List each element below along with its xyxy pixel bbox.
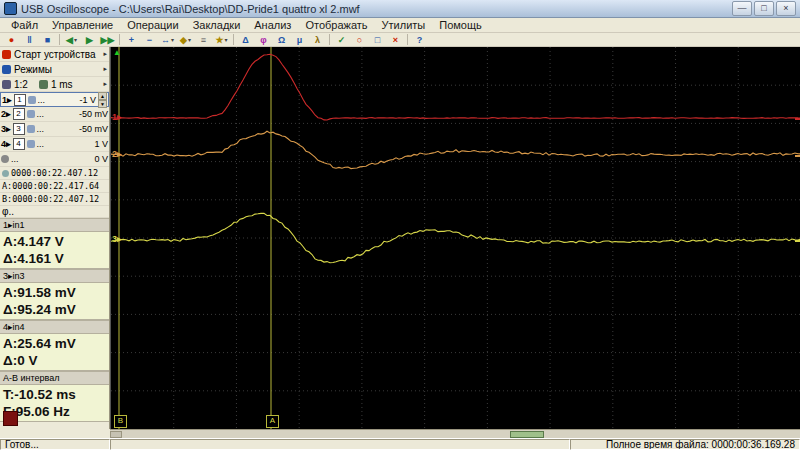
toolbar-separator <box>407 34 408 45</box>
modes-icon <box>2 65 11 74</box>
channel-badge: 1 <box>14 94 26 106</box>
status-ready: Готов... <box>0 439 110 450</box>
gear-icon <box>27 110 35 118</box>
channel-row-1[interactable]: 1▸1...-1 V▲▼ <box>0 92 109 107</box>
channel-dots: ... <box>37 124 45 134</box>
toolbar-icon-pause[interactable]: ‖ <box>21 32 38 47</box>
toolbar-icon-forward[interactable]: ▶▶ <box>99 32 116 47</box>
toolbar-icon-apply[interactable]: ✓ <box>333 32 350 47</box>
menu-item-7[interactable]: Помощь <box>432 18 489 32</box>
menu-item-2[interactable]: Операции <box>120 18 185 32</box>
control-sidebar: Старт устройства ▸ Режимы ▸ 1:2 1 ms ▸ 1… <box>0 47 110 429</box>
toolbar-icon-play[interactable]: ▶ <box>81 32 98 47</box>
measure-line1: A:4.147 V <box>3 233 106 250</box>
toolbar-icon-zoom-out[interactable]: − <box>141 32 158 47</box>
trigger-dots: ... <box>11 154 19 164</box>
toolbar-icon-zoom-in[interactable]: + <box>123 32 140 47</box>
right-tick <box>795 240 800 242</box>
trigger-row[interactable]: ... 0 V <box>0 152 109 167</box>
status-bar: Готов... Полное время файла: 0000:00:36.… <box>0 438 800 450</box>
scrollbar-button[interactable] <box>110 431 122 438</box>
channel-badge: 3 <box>13 123 25 135</box>
maximize-button[interactable]: □ <box>754 1 774 16</box>
toolbar-icon-micro[interactable]: μ <box>291 32 308 47</box>
scrollbar-thumb[interactable] <box>510 431 544 438</box>
zoom-icon <box>2 80 11 89</box>
toolbar-icon-help[interactable]: ? <box>411 32 428 47</box>
channel-offset-value: -50 mV <box>79 109 108 119</box>
gear-icon <box>28 96 36 104</box>
horizontal-scrollbar[interactable] <box>110 429 800 438</box>
measurement-panels: 1▸in1A:4.147 VΔ:4.161 V3▸in3A:91.58 mVΔ:… <box>0 218 109 422</box>
gear-icon <box>27 140 35 148</box>
channel-offset-value: -1 V <box>79 95 96 105</box>
channel-rows: 1▸1...-1 V▲▼2▸2...-50 mV3▸3...-50 mV4▸4.… <box>0 92 109 152</box>
modes-button[interactable]: Режимы ▸ <box>0 62 109 77</box>
scale-timebase-row[interactable]: 1:2 1 ms ▸ <box>0 77 109 92</box>
measure-header: A-B интервал <box>0 371 109 385</box>
toolbar-icon-phase[interactable]: φ <box>255 32 272 47</box>
measure-group-1: 3▸in3A:91.58 mVΔ:95.24 mV <box>0 269 109 320</box>
trigger-icon <box>1 155 9 163</box>
toolbar-icon-screen[interactable]: □ <box>369 32 386 47</box>
channel-marker-2[interactable]: 2▸ <box>112 149 122 159</box>
cursor-a-time-row[interactable]: A:0000:00:22.417.64 <box>0 180 109 193</box>
measure-line1: A:25.64 mV <box>3 335 106 352</box>
toolbar-icon-erase[interactable]: × <box>387 32 404 47</box>
offset-stepper[interactable]: ▲▼ <box>98 92 107 108</box>
modes-label: Режимы <box>14 64 52 75</box>
toolbar-icon-delta[interactable]: Δ <box>237 32 254 47</box>
measure-line1: T:-10.52 ms <box>3 386 106 403</box>
channel-offset-value: 1 V <box>94 139 108 149</box>
toolbar-icon-lambda[interactable]: λ <box>309 32 326 47</box>
toolbar-icon-bookmark[interactable]: ★▾ <box>213 32 230 47</box>
toolbar-icon-stop[interactable]: ■ <box>39 32 56 47</box>
measure-box: A:91.58 mVΔ:95.24 mV <box>0 283 109 320</box>
measure-group-2: 4▸in4A:25.64 mVΔ:0 V <box>0 320 109 371</box>
start-device-label: Старт устройства <box>14 49 95 60</box>
menu-item-4[interactable]: Анализ <box>247 18 298 32</box>
time-current-row[interactable]: 0000:00:22.407.12 <box>0 167 109 180</box>
channel-dots: ... <box>38 95 46 105</box>
phase-row[interactable]: φ.. <box>0 206 109 218</box>
oscilloscope-display[interactable]: ▲ 1▸2▸3▸BA <box>110 47 800 429</box>
measure-header: 1▸in1 <box>0 218 109 232</box>
toolbar-icon-cursors[interactable]: ◆▾ <box>177 32 194 47</box>
time-current: 0000:00:22.407.12 <box>11 168 98 178</box>
window-title: USB Oscilloscope - C:\Users\Rai\Desktop\… <box>21 3 732 15</box>
toolbar-icon-marker[interactable]: ○ <box>351 32 368 47</box>
menu-item-3[interactable]: Закладки <box>186 18 248 32</box>
status-file-time: Полное время файла: 0000:00:36.169.28 <box>570 439 800 450</box>
trace-ch2-in2 <box>111 131 800 168</box>
channel-row-3[interactable]: 3▸3...-50 mV <box>0 122 109 137</box>
channel-marker-1[interactable]: 1▸ <box>112 112 122 122</box>
zoom-ratio: 1:2 <box>14 79 28 90</box>
toolbar-icon-impedance[interactable]: Ω <box>273 32 290 47</box>
toolbar: ●‖■◀▾▶▶▶+−↔▾◆▾≡★▾ΔφΩμλ✓○□×? <box>0 33 800 47</box>
toolbar-icon-grid[interactable]: ≡ <box>195 32 212 47</box>
menu-item-1[interactable]: Управление <box>45 18 120 32</box>
chevron-right-icon: ▸ <box>103 65 107 73</box>
close-button[interactable]: × <box>776 1 796 16</box>
cursor-handle-b[interactable]: B <box>114 415 127 428</box>
channel-marker-3[interactable]: 3▸ <box>112 234 122 244</box>
measure-line2: Δ:95.24 mV <box>3 301 106 318</box>
channel-row-4[interactable]: 4▸4...1 V <box>0 137 109 152</box>
cursor-b-time-row[interactable]: B:0000:00:22.407.12 <box>0 193 109 206</box>
minimize-button[interactable]: — <box>732 1 752 16</box>
phase-label: φ.. <box>2 206 14 217</box>
chevron-right-icon: ▸ <box>103 50 107 58</box>
menu-item-6[interactable]: Утилиты <box>375 18 433 32</box>
start-device-button[interactable]: Старт устройства ▸ <box>0 47 109 62</box>
power-icon <box>2 50 11 59</box>
toolbar-icon-pan[interactable]: ↔▾ <box>159 32 176 47</box>
toolbar-icon-rewind[interactable]: ◀▾ <box>63 32 80 47</box>
toolbar-icon-record[interactable]: ● <box>3 32 20 47</box>
channel-offset-value: -50 mV <box>79 124 108 134</box>
scope-canvas[interactable] <box>111 47 800 429</box>
menu-item-0[interactable]: Файл <box>4 18 45 32</box>
cursor-handle-a[interactable]: A <box>266 415 279 428</box>
channel-row-2[interactable]: 2▸2...-50 mV <box>0 107 109 122</box>
menu-item-5[interactable]: Отображать <box>298 18 374 32</box>
measure-line1: A:91.58 mV <box>3 284 106 301</box>
